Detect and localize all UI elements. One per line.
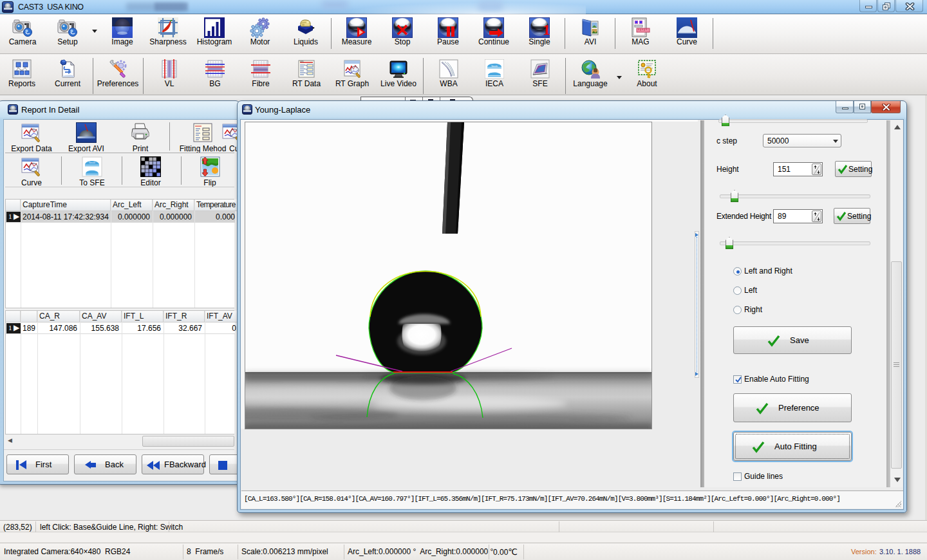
svg-text:Sessile: Sessile [491, 65, 498, 68]
svg-text:Sessile: Sessile [89, 162, 95, 164]
svg-text:MN: MN [300, 61, 304, 63]
